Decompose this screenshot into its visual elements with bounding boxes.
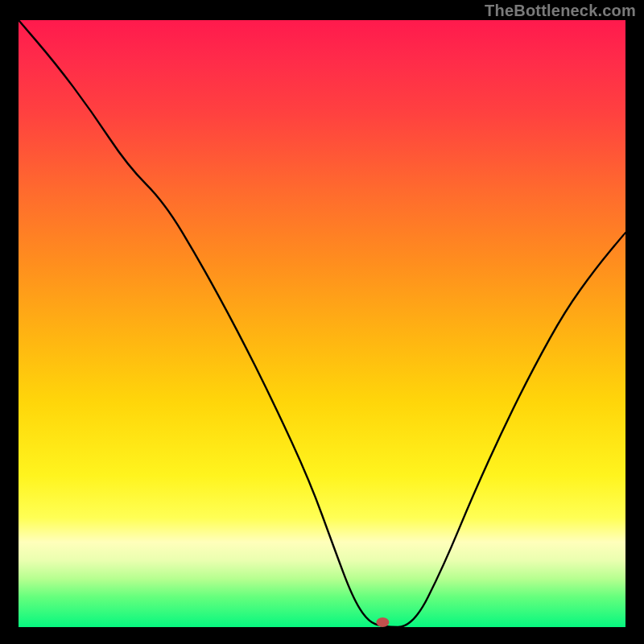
plot-area — [19, 20, 625, 627]
bottleneck-curve — [19, 20, 625, 627]
optimal-point-marker — [376, 617, 389, 627]
chart-root: TheBottleneck.com — [0, 0, 644, 644]
watermark-text: TheBottleneck.com — [485, 2, 636, 20]
curve-svg — [19, 20, 625, 627]
